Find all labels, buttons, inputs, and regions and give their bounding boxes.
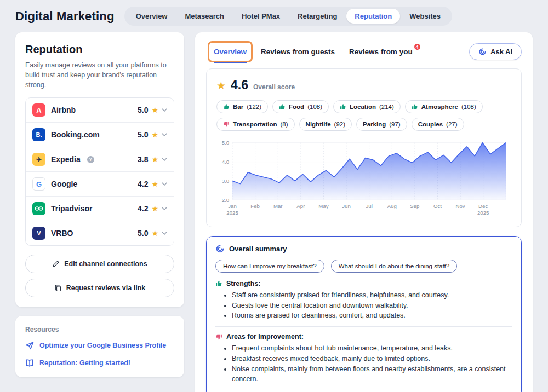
tab-reviews-from-you[interactable]: Reviews from you 4 — [349, 43, 413, 61]
tab-overview[interactable]: Overview — [214, 43, 247, 63]
chevron-down-icon[interactable] — [162, 108, 167, 112]
request-reviews-button[interactable]: Request reviews via link — [25, 279, 174, 297]
resource-link-label: Optimize your Google Business Profile — [39, 342, 166, 349]
star-icon: ★ — [151, 180, 158, 188]
resources-title: Resources — [25, 326, 174, 333]
ai-swirl-icon — [215, 244, 225, 253]
chevron-down-icon[interactable] — [162, 182, 167, 186]
panel-title: Reputation — [25, 43, 174, 56]
svg-text:2025: 2025 — [226, 210, 238, 216]
channel-row-booking[interactable]: B. Booking.com 5.0 ★ — [26, 123, 174, 147]
summary-title: Overall summary — [229, 245, 287, 253]
svg-text:2025: 2025 — [477, 210, 489, 216]
thumb-up-icon — [340, 103, 346, 110]
chip-count: (97) — [389, 121, 400, 128]
channel-score: 4.2 — [138, 180, 148, 188]
star-icon: ★ — [151, 205, 158, 212]
chevron-down-icon[interactable] — [162, 232, 167, 235]
vrbo-icon: V — [32, 227, 45, 240]
sidebar: Reputation Easily manage reviews on all … — [15, 32, 184, 377]
suggested-questions: How can I improve my breakfast? What sho… — [215, 260, 512, 273]
thumb-down-icon — [215, 333, 222, 341]
svg-text:Aug: Aug — [387, 203, 397, 209]
chip-label: Parking — [363, 121, 386, 128]
improvements-list: Frequent complaints about hot tub mainte… — [232, 343, 512, 384]
expedia-icon: ✈ — [32, 153, 45, 166]
topic-chip-parking[interactable]: Parking (97) — [356, 118, 407, 131]
edit-channel-connections-label: Edit channel connections — [64, 260, 147, 268]
svg-text:Jul: Jul — [366, 203, 372, 209]
improvements-heading: Areas for improvement: — [226, 333, 304, 341]
resource-link-label: Reputation: Getting started! — [39, 359, 130, 367]
thumb-up-icon — [223, 103, 230, 110]
chip-count: (214) — [379, 103, 394, 110]
thumb-down-icon — [223, 121, 230, 128]
channel-name: Tripadvisor — [51, 204, 92, 213]
star-icon: ★ — [151, 155, 158, 163]
svg-text:Jan: Jan — [228, 203, 237, 209]
edit-channel-connections-button[interactable]: Edit channel connections — [25, 255, 174, 273]
reputation-panel: Reputation Easily manage reviews on all … — [15, 32, 184, 307]
nav-retargeting[interactable]: Retargeting — [289, 9, 345, 24]
channel-row-google[interactable]: G Google 4.2 ★ — [26, 172, 174, 197]
resource-link-getting-started[interactable]: Reputation: Getting started! — [25, 359, 174, 367]
reputation-main: Overview Reviews from guests Reviews fro… — [195, 32, 533, 392]
chevron-down-icon[interactable] — [162, 158, 167, 161]
channel-name: Booking.com — [51, 130, 100, 139]
svg-text:Nov: Nov — [456, 203, 465, 209]
chip-label: Bar — [233, 103, 243, 110]
tab-label: Reviews from you — [349, 48, 413, 56]
resource-link-google-profile[interactable]: Optimize your Google Business Profile — [25, 341, 174, 350]
channel-row-tripadvisor[interactable]: Tripadvisor 4.2 ★ — [26, 197, 174, 221]
improvement-item: Noise complaints, mainly from between fl… — [232, 364, 512, 385]
ask-ai-button[interactable]: Ask AI — [469, 43, 522, 60]
nav-websites[interactable]: Websites — [401, 9, 449, 24]
topic-chip-couples[interactable]: Couples (27) — [412, 118, 464, 131]
chip-count: (8) — [281, 121, 288, 128]
chip-label: Nightlife — [306, 121, 331, 128]
strengths-heading: Strengths: — [226, 280, 261, 287]
tripadvisor-icon — [32, 202, 45, 215]
chip-label: Couples — [418, 121, 443, 128]
topic-chip-nightlife[interactable]: Nightlife (92) — [299, 118, 352, 131]
tab-reviews-from-guests[interactable]: Reviews from guests — [261, 43, 335, 61]
google-icon: G — [32, 177, 45, 191]
topic-chip-transportation[interactable]: Transportation (8) — [216, 118, 295, 131]
send-icon — [25, 341, 34, 350]
chevron-down-icon[interactable] — [162, 133, 167, 136]
svg-text:Jun: Jun — [342, 203, 351, 209]
notification-badge: 4 — [413, 43, 421, 51]
nav-overview[interactable]: Overview — [128, 9, 176, 24]
copy-link-icon — [54, 284, 62, 292]
chip-count: (122) — [247, 103, 261, 110]
topic-chip-bar[interactable]: Bar (122) — [216, 100, 268, 113]
question-chip-dining-staff[interactable]: What should I do about the dining staff? — [331, 260, 457, 273]
pencil-icon — [52, 260, 60, 268]
overall-summary-card: Overall summary How can I improve my bre… — [206, 236, 522, 392]
chip-count: (27) — [446, 121, 457, 128]
question-chip-breakfast[interactable]: How can I improve my breakfast? — [215, 260, 324, 273]
strength-item: Guests love the central location and dow… — [232, 301, 512, 311]
channel-name: Google — [51, 180, 77, 188]
channel-score: 4.2 — [138, 204, 148, 213]
topic-chip-atmosphere[interactable]: Atmosphere (108) — [405, 100, 483, 113]
channel-row-expedia[interactable]: ✈ Expedia ? 3.8 ★ — [26, 147, 174, 172]
svg-text:5.0: 5.0 — [222, 140, 229, 146]
help-icon[interactable]: ? — [87, 156, 94, 163]
topic-chip-location[interactable]: Location (214) — [333, 100, 401, 113]
topbar: Digital Marketing Overview Metasearch Ho… — [0, 0, 548, 30]
chevron-down-icon[interactable] — [162, 207, 167, 210]
nav-metasearch[interactable]: Metasearch — [176, 9, 232, 24]
chip-label: Atmosphere — [421, 103, 458, 110]
svg-text:4.0: 4.0 — [222, 159, 229, 165]
nav-hotel-pmax[interactable]: Hotel PMax — [233, 9, 288, 24]
page-title: Digital Marketing — [15, 9, 115, 24]
overview-stats-card: ★ 4.6 Overall score Bar (122) Food (108) — [206, 68, 522, 227]
channel-row-vrbo[interactable]: V VRBO 5.0 ★ — [26, 221, 174, 245]
divider — [215, 326, 512, 327]
nav-reputation[interactable]: Reputation — [346, 9, 400, 24]
channel-row-airbnb[interactable]: A Airbnb 5.0 ★ — [26, 98, 174, 123]
booking-icon: B. — [32, 128, 45, 141]
ask-ai-label: Ask AI — [490, 48, 512, 56]
topic-chip-food[interactable]: Food (108) — [272, 100, 329, 113]
